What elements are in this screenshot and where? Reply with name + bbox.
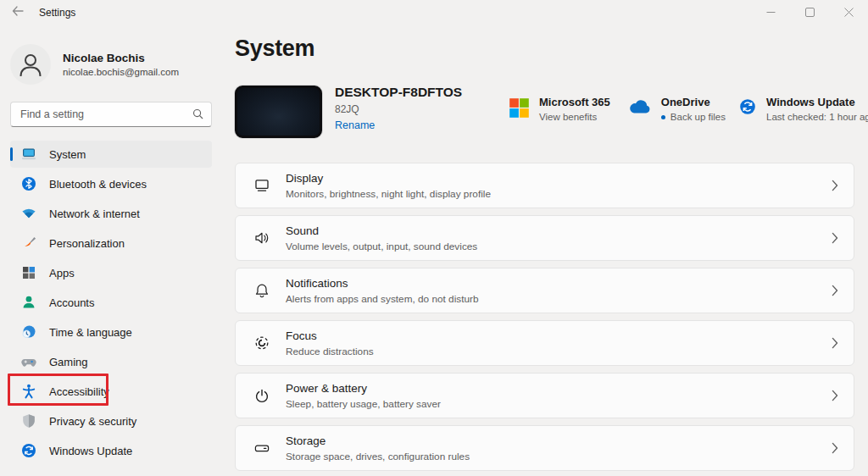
- focus-icon: [253, 334, 271, 352]
- close-icon: [844, 5, 854, 20]
- status-card-title: OneDrive: [661, 96, 726, 108]
- minimize-button[interactable]: [751, 0, 790, 25]
- bell-icon: [253, 281, 271, 300]
- status-card-microsoft-365[interactable]: Microsoft 365View benefits: [509, 96, 610, 122]
- laptop-icon: [20, 146, 37, 163]
- main-content: System DESKTOP-F8DFTOS 82JQ Rename Micro…: [235, 25, 854, 476]
- sidebar-item-privacy-security[interactable]: Privacy & security: [10, 407, 212, 434]
- row-title: Power & battery: [286, 382, 441, 395]
- chevron-right-icon: [832, 390, 838, 401]
- status-card-text: OneDriveBack up files: [661, 96, 726, 122]
- chevron-right-icon: [832, 285, 838, 296]
- sidebar-nav: SystemBluetooth & devicesNetwork & inter…: [10, 141, 212, 464]
- row-title: Storage: [286, 434, 470, 447]
- wifi-icon: [20, 205, 37, 222]
- minimize-icon: [766, 5, 776, 20]
- rename-link[interactable]: Rename: [335, 119, 375, 131]
- shield-icon: [20, 412, 37, 429]
- display-icon: [253, 176, 271, 195]
- sidebar-item-label: Bluetooth & devices: [49, 178, 147, 191]
- avatar-person-icon: [10, 44, 51, 85]
- settings-row-display[interactable]: DisplayMonitors, brightness, night light…: [235, 163, 854, 208]
- row-text: Power & batterySleep, battery usage, bat…: [286, 382, 441, 410]
- clock-icon: [20, 324, 37, 340]
- status-card-subtitle: View benefits: [539, 112, 610, 122]
- search-box: [10, 102, 212, 127]
- sidebar-item-label: Gaming: [49, 356, 88, 368]
- row-subtitle: Reduce distractions: [286, 346, 374, 357]
- storage-icon: [253, 439, 271, 457]
- sidebar: Nicolae Bochis nicolae.bochis@gmail.com …: [0, 25, 222, 476]
- sidebar-item-accounts[interactable]: Accounts: [10, 289, 212, 316]
- search-input[interactable]: [10, 102, 212, 127]
- close-button[interactable]: [829, 0, 868, 25]
- sidebar-item-bluetooth-devices[interactable]: Bluetooth & devices: [10, 170, 212, 197]
- selection-indicator: [10, 147, 13, 161]
- user-email: nicolae.bochis@gmail.com: [63, 67, 179, 77]
- sidebar-item-windows-update[interactable]: Windows Update: [10, 437, 212, 464]
- sidebar-item-label: Windows Update: [49, 445, 132, 457]
- status-card-subtitle: Last checked: 1 hour ago: [766, 112, 868, 122]
- windows-update-icon: [20, 442, 37, 459]
- titlebar: Settings: [0, 0, 868, 25]
- sidebar-item-label: Apps: [49, 267, 75, 280]
- user-identity: Nicolae Bochis nicolae.bochis@gmail.com: [63, 52, 179, 77]
- person-icon: [20, 294, 37, 311]
- settings-window: Settings Nicolae Bochis nicolae.bochis@g…: [0, 0, 868, 476]
- settings-row-sound[interactable]: SoundVolume levels, output, input, sound…: [235, 215, 854, 261]
- user-name: Nicolae Bochis: [63, 52, 179, 64]
- status-cards: Microsoft 365View benefitsOneDriveBack u…: [509, 96, 868, 122]
- window-controls: [751, 0, 868, 25]
- microsoft-logo-icon: [509, 97, 530, 119]
- onedrive-cloud-icon: [623, 97, 652, 116]
- sidebar-item-gaming[interactable]: Gaming: [10, 348, 212, 375]
- sidebar-item-apps[interactable]: Apps: [10, 259, 212, 286]
- sidebar-item-label: Accessibility: [49, 385, 109, 398]
- sidebar-item-system[interactable]: System: [10, 141, 212, 168]
- sidebar-item-label: Personalization: [49, 237, 125, 250]
- sidebar-item-label: Time & language: [49, 326, 132, 339]
- status-dot-icon: [661, 115, 665, 119]
- sidebar-item-personalization[interactable]: Personalization: [10, 230, 212, 257]
- sidebar-item-time-language[interactable]: Time & language: [10, 318, 212, 346]
- row-title: Display: [286, 172, 491, 185]
- row-title: Notifications: [286, 277, 479, 290]
- sidebar-item-network-internet[interactable]: Network & internet: [10, 200, 212, 227]
- row-subtitle: Alerts from apps and system, do not dist…: [286, 293, 479, 305]
- page-title: System: [235, 36, 314, 62]
- settings-rows: DisplayMonitors, brightness, night light…: [235, 163, 854, 476]
- settings-row-storage[interactable]: StorageStorage space, drives, configurat…: [235, 425, 854, 471]
- device-id: 82JQ: [335, 103, 462, 115]
- sound-icon: [253, 229, 271, 247]
- status-card-subtitle-text: View benefits: [539, 112, 597, 122]
- sidebar-item-label: Privacy & security: [49, 415, 136, 428]
- back-button[interactable]: [3, 0, 32, 25]
- window-title: Settings: [39, 7, 75, 19]
- chevron-right-icon: [832, 180, 838, 191]
- settings-row-notifications[interactable]: NotificationsAlerts from apps and system…: [235, 268, 854, 313]
- sidebar-item-accessibility[interactable]: Accessibility: [10, 378, 212, 405]
- status-card-subtitle-text: Last checked: 1 hour ago: [766, 112, 868, 122]
- maximize-button[interactable]: [790, 0, 829, 25]
- row-text: SoundVolume levels, output, input, sound…: [286, 224, 477, 252]
- status-card-subtitle: Back up files: [661, 112, 726, 122]
- accessibility-icon: [20, 383, 37, 400]
- sidebar-item-label: System: [49, 148, 86, 161]
- row-title: Focus: [286, 329, 374, 342]
- back-arrow-icon: [11, 5, 25, 20]
- row-subtitle: Sleep, battery usage, battery saver: [286, 398, 441, 410]
- status-card-title: Microsoft 365: [539, 96, 610, 108]
- status-card-onedrive[interactable]: OneDriveBack up files: [623, 96, 726, 122]
- user-profile[interactable]: Nicolae Bochis nicolae.bochis@gmail.com: [10, 44, 212, 85]
- row-title: Sound: [286, 224, 477, 237]
- row-text: StorageStorage space, drives, configurat…: [286, 434, 470, 462]
- search-icon: [192, 108, 204, 124]
- status-card-windows-update[interactable]: Windows UpdateLast checked: 1 hour ago: [738, 96, 868, 122]
- device-info: DESKTOP-F8DFTOS 82JQ Rename: [335, 85, 462, 132]
- gamepad-icon: [20, 353, 37, 370]
- sidebar-item-label: Accounts: [49, 296, 94, 309]
- settings-row-power-battery[interactable]: Power & batterySleep, battery usage, bat…: [235, 373, 854, 418]
- settings-row-focus[interactable]: FocusReduce distractions: [235, 320, 854, 366]
- row-subtitle: Volume levels, output, input, sound devi…: [286, 241, 477, 252]
- apps-grid-icon: [20, 264, 37, 281]
